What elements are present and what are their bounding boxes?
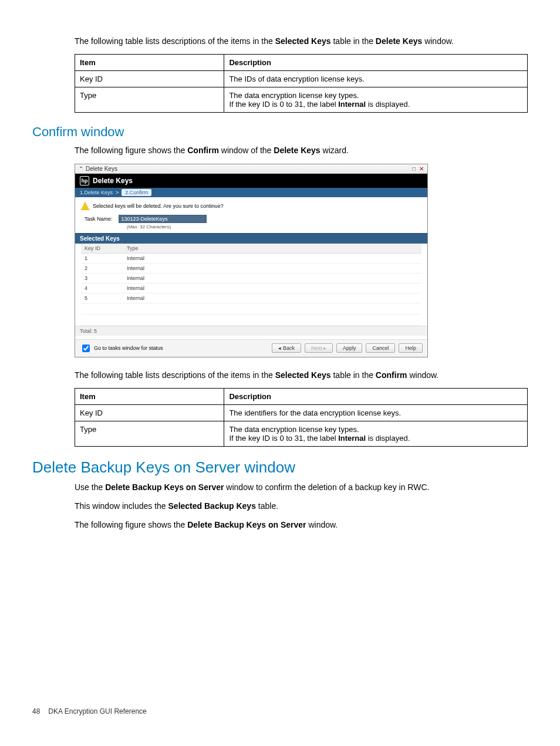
delete-backup-para-3: The following figure shows the Delete Ba…: [32, 519, 528, 531]
table-row: [81, 303, 421, 314]
table-selected-keys-confirm: Item Description Key ID The identifiers …: [75, 388, 528, 447]
close-icon[interactable]: ✕: [419, 166, 424, 172]
dialog-outer-titlebar: ⌃ Delete Keys □ ✕: [75, 164, 427, 174]
intro-paragraph-2: The following table lists descriptions o…: [32, 369, 528, 381]
col-header: Description: [229, 392, 271, 401]
task-name-hint: (Max. 32 Characters): [127, 224, 421, 229]
text: The data encryption license key types.: [229, 425, 359, 434]
next-button: Next ▸: [305, 343, 333, 353]
page-number: 48: [32, 707, 40, 715]
breadcrumb-sep: >: [116, 190, 119, 195]
cell: 1: [81, 253, 123, 263]
maximize-icon[interactable]: □: [412, 166, 416, 172]
text: Use the: [75, 482, 105, 492]
task-name-input[interactable]: [119, 215, 207, 223]
intro-paragraph-1: The following table lists descriptions o…: [32, 35, 528, 47]
text: table.: [256, 501, 278, 511]
text: is displayed.: [366, 100, 410, 109]
text: is displayed.: [366, 434, 410, 443]
selected-keys-table: Key ID Type 1Internal 2Internal 3Interna…: [81, 244, 421, 326]
bold: Delete Keys: [274, 146, 320, 155]
cell: Key ID: [75, 404, 224, 421]
back-button[interactable]: ◂ Back: [272, 343, 301, 353]
text: This window includes the: [75, 501, 168, 511]
bold: Delete Backup Keys on Server: [105, 482, 224, 492]
cell: Internal: [123, 283, 421, 293]
breadcrumb-step[interactable]: 1.Delete Keys: [80, 190, 113, 195]
table-row[interactable]: 2Internal: [81, 263, 421, 273]
wizard-breadcrumb: 1.Delete Keys > 2.Confirm: [75, 188, 427, 197]
col-header: Description: [229, 58, 271, 67]
bold: Internal: [338, 100, 366, 109]
cell: Type: [75, 421, 224, 446]
checkbox-label: Go to tasks window for status: [94, 345, 163, 351]
dialog-footer: Go to tasks window for status ◂ Back Nex…: [75, 339, 427, 357]
cell: 4: [81, 283, 123, 293]
table-row[interactable]: 4Internal: [81, 283, 421, 293]
bold: Confirm: [187, 146, 219, 155]
cell: Internal: [123, 293, 421, 303]
cell: The data encryption license key types. I…: [224, 421, 528, 446]
cell: 3: [81, 273, 123, 283]
col-header: Item: [80, 392, 96, 401]
cell: The identifiers for the data encryption …: [224, 404, 528, 421]
text: If the key ID is 0 to 31, the label: [229, 434, 338, 443]
text: window to confirm the deletion of a back…: [224, 482, 429, 492]
task-name-label: Task Name:: [85, 216, 113, 222]
heading-delete-backup-keys: Delete Backup Keys on Server window: [32, 458, 528, 477]
cell: The data encryption license key types. I…: [224, 87, 528, 113]
text: window of the: [219, 146, 274, 155]
text: window.: [422, 36, 454, 46]
confirm-dialog: ⌃ Delete Keys □ ✕ hp Delete Keys 1.Delet…: [75, 164, 428, 357]
confirm-intro: The following figure shows the Confirm w…: [32, 144, 528, 156]
warning-text: Selected keys will be deleted. Are you s…: [93, 203, 224, 209]
text: window.: [407, 370, 439, 380]
col-header: Key ID: [81, 244, 123, 254]
text: The following table lists descriptions o…: [75, 370, 275, 380]
cell: Type: [75, 87, 224, 113]
table-row: [81, 314, 421, 325]
bold: Selected Keys: [275, 370, 331, 380]
bold: Delete Keys: [376, 36, 422, 46]
table-row[interactable]: 5Internal: [81, 293, 421, 303]
cancel-button[interactable]: Cancel: [366, 343, 395, 353]
dialog-inner-titlebar: hp Delete Keys: [75, 174, 427, 188]
breadcrumb-step-active: 2.Confirm: [122, 189, 151, 196]
table-row[interactable]: 3Internal: [81, 273, 421, 283]
cell: Internal: [123, 273, 421, 283]
bold: Delete Backup Keys on Server: [187, 520, 306, 529]
cell: 5: [81, 293, 123, 303]
table-selected-keys-delete: Item Description Key ID The IDs of data …: [75, 54, 528, 113]
table-row[interactable]: 1Internal: [81, 253, 421, 263]
text: window.: [306, 520, 338, 529]
cell: Internal: [123, 263, 421, 273]
dialog-inner-title: Delete Keys: [93, 177, 133, 185]
text: The following figure shows the: [75, 146, 187, 155]
heading-confirm-window: Confirm window: [32, 124, 528, 140]
footer-title: DKA Encryption GUI Reference: [48, 707, 146, 715]
total-row: Total: 5: [75, 326, 427, 336]
text: The following table lists descriptions o…: [75, 36, 275, 46]
text: wizard.: [321, 146, 349, 155]
bold: Internal: [338, 434, 366, 443]
hp-logo-icon: hp: [80, 176, 89, 185]
text: table in the: [331, 370, 376, 380]
text: If the key ID is 0 to 31, the label: [229, 100, 338, 109]
bold: Selected Keys: [275, 36, 331, 46]
cell: 2: [81, 263, 123, 273]
col-header: Type: [123, 244, 421, 254]
cell: Internal: [123, 253, 421, 263]
cell: The IDs of data encryption license keys.: [224, 71, 528, 87]
text: The following figure shows the: [75, 520, 187, 529]
apply-button[interactable]: Apply: [336, 343, 363, 353]
text: table in the: [331, 36, 376, 46]
text: The data encryption license key types.: [229, 91, 359, 100]
bold: Confirm: [376, 370, 407, 380]
checkbox-input[interactable]: [82, 345, 90, 352]
delete-backup-para-2: This window includes the Selected Backup…: [32, 500, 528, 512]
col-header: Item: [80, 58, 96, 67]
go-to-tasks-checkbox[interactable]: Go to tasks window for status: [80, 343, 163, 354]
collapse-icon[interactable]: ⌃: [79, 166, 83, 172]
help-button[interactable]: Help: [399, 343, 423, 353]
warning-row: Selected keys will be deleted. Are you s…: [81, 202, 421, 210]
